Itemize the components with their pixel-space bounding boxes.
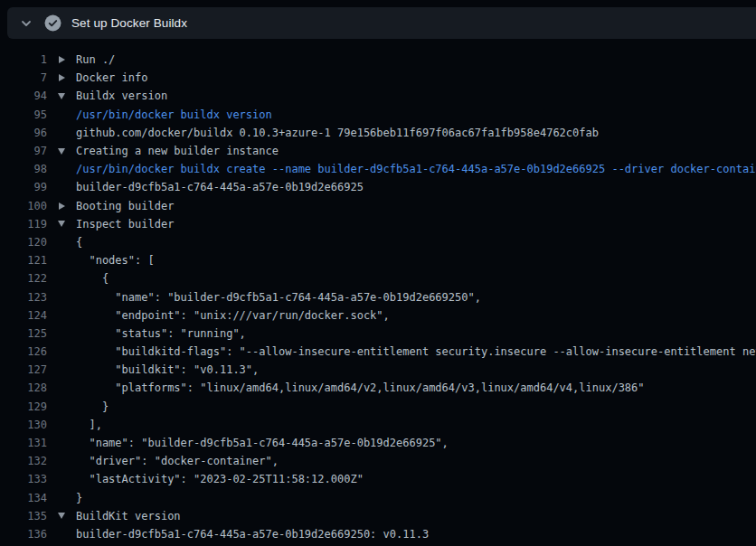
log-text: "nodes": [ bbox=[76, 254, 155, 267]
log-text: "status": "running", bbox=[76, 327, 246, 340]
log-line[interactable]: 100 Booting builder bbox=[0, 197, 756, 215]
line-number[interactable]: 131 bbox=[0, 437, 47, 449]
toggle-arrow bbox=[47, 56, 76, 63]
log-line: 96 github.com/docker/buildx 0.10.3+azure… bbox=[0, 124, 756, 142]
log-text: github.com/docker/buildx 0.10.3+azure-1 … bbox=[76, 127, 599, 139]
log-line: 124 "endpoint": "unix:///var/run/docker.… bbox=[0, 306, 756, 325]
line-number[interactable]: 136 bbox=[0, 528, 47, 541]
log-text: /usr/bin/docker buildx create --name bui… bbox=[76, 163, 756, 175]
log-text: builder-d9cfb5a1-c764-445a-a57e-0b19d2e6… bbox=[76, 528, 429, 541]
line-number[interactable]: 7 bbox=[0, 71, 47, 84]
line-number[interactable]: 121 bbox=[0, 254, 47, 267]
log-text: "driver": "docker-container", bbox=[76, 455, 279, 467]
toggle-arrow bbox=[47, 148, 76, 155]
log-text: } bbox=[76, 400, 109, 413]
log-line: 132 "driver": "docker-container", bbox=[0, 452, 756, 470]
toggle-arrow bbox=[47, 513, 76, 519]
log-line[interactable]: 97 Creating a new builder instance bbox=[0, 142, 756, 160]
line-number[interactable]: 119 bbox=[0, 218, 47, 231]
log-text: { bbox=[76, 236, 82, 249]
triangle-right-icon[interactable] bbox=[59, 74, 65, 81]
log-line: 128 "platforms": "linux/amd64,linux/amd6… bbox=[0, 379, 756, 397]
log-text: "platforms": "linux/amd64,linux/amd64/v2… bbox=[76, 381, 645, 394]
line-number[interactable]: 94 bbox=[0, 89, 47, 102]
line-number[interactable]: 132 bbox=[0, 455, 47, 467]
log-text: "buildkitd-flags": "--allow-insecure-ent… bbox=[76, 345, 756, 358]
log-text: "name": "builder-d9cfb5a1-c764-445a-a57e… bbox=[76, 437, 449, 449]
log-text: Run ./ bbox=[76, 53, 115, 66]
triangle-right-icon[interactable] bbox=[59, 56, 65, 63]
log-line: 134 } bbox=[0, 489, 756, 507]
log-text: /usr/bin/docker buildx version bbox=[76, 108, 272, 121]
check-circle-icon bbox=[44, 14, 61, 32]
step-header[interactable]: Set up Docker Buildx bbox=[7, 7, 756, 39]
line-number[interactable]: 97 bbox=[0, 145, 47, 157]
line-number[interactable]: 98 bbox=[0, 163, 47, 175]
log-text: BuildKit version bbox=[76, 510, 181, 522]
log-text: Booting builder bbox=[76, 200, 174, 212]
log-line: 125 "status": "running", bbox=[0, 325, 756, 343]
log-line[interactable]: 135 BuildKit version bbox=[0, 507, 756, 525]
line-number[interactable]: 133 bbox=[0, 473, 47, 485]
line-number[interactable]: 127 bbox=[0, 363, 47, 376]
log-line: 126 "buildkitd-flags": "--allow-insecure… bbox=[0, 343, 756, 361]
triangle-down-icon[interactable] bbox=[58, 513, 65, 519]
log-text: "lastActivity": "2023-02-25T11:58:12.000… bbox=[76, 473, 364, 485]
workflow-log-viewer: Set up Docker Buildx 1 Run ./ 7 Docker i… bbox=[0, 0, 756, 546]
line-number[interactable]: 1 bbox=[0, 53, 47, 66]
log-line: 123 "name": "builder-d9cfb5a1-c764-445a-… bbox=[0, 287, 756, 306]
line-number[interactable]: 135 bbox=[0, 510, 47, 522]
line-number[interactable]: 134 bbox=[0, 492, 47, 504]
log-line: 120 { bbox=[0, 233, 756, 251]
triangle-down-icon[interactable] bbox=[58, 221, 65, 227]
line-number[interactable]: 95 bbox=[0, 108, 47, 121]
line-number[interactable]: 128 bbox=[0, 381, 47, 394]
line-number[interactable]: 125 bbox=[0, 327, 47, 340]
line-number[interactable]: 126 bbox=[0, 345, 47, 358]
triangle-down-icon[interactable] bbox=[58, 93, 65, 99]
toggle-arrow bbox=[47, 74, 76, 81]
triangle-down-icon[interactable] bbox=[58, 148, 65, 155]
log-text: builder-d9cfb5a1-c764-445a-a57e-0b19d2e6… bbox=[76, 181, 364, 193]
log-text: "endpoint": "unix:///var/run/docker.sock… bbox=[76, 309, 390, 322]
line-number[interactable]: 96 bbox=[0, 127, 47, 139]
line-number[interactable]: 124 bbox=[0, 309, 47, 322]
log-text: Docker info bbox=[76, 71, 147, 84]
log-text: Creating a new builder instance bbox=[76, 145, 279, 157]
log-line: 133 "lastActivity": "2023-02-25T11:58:12… bbox=[0, 470, 756, 488]
chevron-down-icon[interactable] bbox=[19, 16, 33, 31]
log-line: 98 /usr/bin/docker buildx create --name … bbox=[0, 160, 756, 178]
line-number[interactable]: 99 bbox=[0, 181, 47, 193]
log-line: 95 /usr/bin/docker buildx version bbox=[0, 106, 756, 124]
toggle-arrow bbox=[47, 202, 76, 210]
line-number[interactable]: 100 bbox=[0, 200, 47, 212]
log-line: 122 { bbox=[0, 269, 756, 287]
log-text: "buildkit": "v0.11.3", bbox=[76, 363, 259, 376]
log-text: ], bbox=[76, 419, 102, 431]
log-line: 121 "nodes": [ bbox=[0, 251, 756, 269]
log-lines: 1 Run ./ 7 Docker info 94 Buildx version… bbox=[0, 39, 756, 546]
log-line: 129 } bbox=[0, 398, 756, 416]
line-number[interactable]: 122 bbox=[0, 272, 47, 285]
toggle-arrow bbox=[47, 221, 76, 227]
line-number[interactable]: 130 bbox=[0, 419, 47, 431]
log-line[interactable]: 1 Run ./ bbox=[0, 51, 756, 69]
log-text: "name": "builder-d9cfb5a1-c764-445a-a57e… bbox=[76, 291, 481, 304]
line-number[interactable]: 120 bbox=[0, 236, 47, 249]
toggle-arrow bbox=[47, 93, 76, 99]
log-line[interactable]: 119 Inspect builder bbox=[0, 215, 756, 233]
line-number[interactable]: 129 bbox=[0, 400, 47, 413]
log-line[interactable]: 7 Docker info bbox=[0, 69, 756, 87]
log-text: } bbox=[76, 492, 82, 504]
log-line: 127 "buildkit": "v0.11.3", bbox=[0, 361, 756, 379]
log-line: 99 builder-d9cfb5a1-c764-445a-a57e-0b19d… bbox=[0, 178, 756, 196]
triangle-right-icon[interactable] bbox=[59, 202, 65, 210]
log-line: 130 ], bbox=[0, 416, 756, 434]
log-text: { bbox=[76, 272, 109, 285]
step-title: Set up Docker Buildx bbox=[71, 16, 187, 30]
log-line[interactable]: 94 Buildx version bbox=[0, 87, 756, 105]
line-number[interactable]: 123 bbox=[0, 291, 47, 304]
log-line: 136 builder-d9cfb5a1-c764-445a-a57e-0b19… bbox=[0, 525, 756, 543]
log-line: 131 "name": "builder-d9cfb5a1-c764-445a-… bbox=[0, 434, 756, 452]
log-text: Inspect builder bbox=[76, 218, 174, 231]
